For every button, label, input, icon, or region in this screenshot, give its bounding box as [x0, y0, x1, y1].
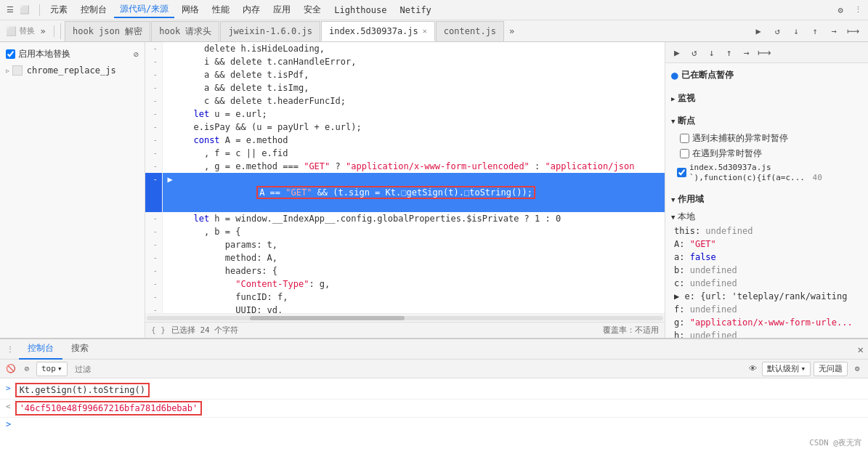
code-line-17: - "Content-Type": g, [145, 277, 665, 291]
breakpoint-uncaught: 遇到未捕获的异常时暂停 [665, 131, 868, 146]
tab-hook-json[interactable]: hook json 解密 [65, 21, 150, 41]
inspect-icon[interactable]: ⬜ [19, 4, 31, 16]
console-clear-icon[interactable]: 🚫 [4, 362, 17, 376]
menu-item-elements[interactable]: 元素 [44, 2, 73, 17]
console-cmd-box: Kt.getSign(t).toString() [15, 383, 150, 397]
breakpoint-exception-label: 在遇到异常时暂停 [692, 147, 762, 160]
settings-gear-icon[interactable]: ⚙ [833, 3, 848, 17]
menu-item-network[interactable]: 网络 [176, 2, 205, 17]
tab-console[interactable]: 控制台 [19, 339, 62, 360]
tab-more-button[interactable]: » [505, 26, 519, 36]
breakpoints-triangle-icon: ▼ [671, 118, 675, 125]
step-into-icon[interactable]: ↓ [788, 23, 804, 39]
step-out-icon[interactable]: ↑ [807, 23, 823, 39]
breakpoints-header[interactable]: ▼ 断点 [665, 113, 868, 129]
console-input-arrow: > [6, 384, 11, 393]
tab-search[interactable]: 搜索 [62, 339, 97, 360]
code-editor: - delete h.isHideLoading, - i && delete … [145, 42, 665, 338]
console-eye-icon[interactable]: 👁 [746, 362, 759, 376]
tab-bar-actions: ▶ ↺ ↓ ↑ → ⟼ [750, 23, 865, 39]
step-over-debug-icon[interactable]: ↺ [687, 45, 702, 60]
sidebar-item-chrome-replace[interactable]: ▷ chrome_replace_js [0, 63, 145, 78]
menu-item-security[interactable]: 安全 [298, 2, 327, 17]
sidebar-triangle-icon: ▷ [6, 68, 9, 74]
file-icon: { } [151, 325, 166, 335]
code-line-3: - a && delete t.isPdf, [145, 68, 665, 81]
scope-e: ▶ e: {url: 'teleplay/rank/waiting [665, 290, 868, 303]
step-into-debug-icon[interactable]: ↓ [705, 45, 719, 60]
breakpoint-uncaught-cb[interactable] [680, 134, 689, 143]
paused-label: 已在断点暂停 [681, 69, 734, 81]
menu-item-sources[interactable]: 源代码/来源 [114, 1, 174, 18]
code-lines-container: - delete h.isHideLoading, - i && delete … [145, 42, 665, 313]
sidebar-item-label: chrome_replace_js [27, 65, 116, 76]
console-line-input: > Kt.getSign(t).toString() [0, 381, 868, 400]
console-result-text: '46cf510e48f99667216bfa781d6bebab' [15, 401, 203, 416]
console-body: > Kt.getSign(t).toString() < '46cf510e48… [0, 378, 868, 454]
code-line-15: - method: A, [145, 251, 665, 264]
console-level-button[interactable]: 默认级别 ▾ [762, 362, 811, 376]
menu-item-lighthouse[interactable]: Lighthouse [328, 4, 392, 17]
local-scope-header[interactable]: ▼ 本地 [665, 209, 868, 224]
scope-g: g: "application/x-www-form-urle... [665, 316, 868, 329]
scope-section: ▼ 作用域 ▼ 本地 this: undefined A: "GET" [665, 188, 868, 338]
deactivate-debug-icon[interactable]: ⟼ [757, 45, 771, 60]
clear-icon[interactable]: ⊘ [134, 49, 139, 60]
code-line-12: - let h = window.__IndexApp__.config.glo… [145, 212, 665, 225]
bp-code-snippet: `),function(c){if(a=c... 40 [689, 173, 822, 182]
tab-jweixin[interactable]: jweixin-1.6.0.js [220, 21, 320, 41]
breakpoints-content: 遇到未捕获的异常时暂停 在遇到异常时暂停 index.5d30937a.js `… [665, 129, 868, 185]
enable-local-replace-checkbox[interactable] [6, 49, 15, 59]
menu-item-application[interactable]: 应用 [267, 2, 296, 17]
deactivate-breakpoints-icon[interactable]: ⟼ [845, 23, 861, 39]
tab-content-js[interactable]: content.js [436, 21, 504, 41]
step-over-icon[interactable]: ↺ [769, 23, 785, 39]
code-line-2: - i && delete t.canHandleError, [145, 55, 665, 68]
watch-section: ▶ 监视 [665, 87, 868, 110]
bp-file-checkbox[interactable] [677, 168, 686, 177]
tab-separator [54, 25, 54, 37]
tab-hook-header[interactable]: hook 请求头 [151, 21, 219, 41]
paused-dot-icon: ● [671, 68, 678, 82]
step-out-debug-icon[interactable]: ↑ [722, 45, 737, 60]
console-input-text: Kt.getSign(t).toString() [15, 383, 150, 397]
local-scope-label: 本地 [678, 211, 695, 223]
console-context-selector[interactable]: top ▾ [36, 362, 68, 376]
console-issues-button[interactable]: 无问题 [814, 362, 848, 376]
code-line-16: - headers: { [145, 264, 665, 277]
csdn-watermark: CSDN @夜无宵 [809, 437, 862, 448]
tab-index-js[interactable]: index.5d30937a.js ✕ [321, 21, 435, 41]
menu-item-netify[interactable]: Netify [394, 4, 437, 17]
top-menubar: ☰ ⬜ 元素 控制台 源代码/来源 网络 性能 内存 应用 安全 Lightho… [0, 0, 868, 20]
menu-item-console[interactable]: 控制台 [75, 2, 113, 17]
bp-file-info: index.5d30937a.js `),function(c){if(a=c.… [689, 163, 822, 182]
scope-header[interactable]: ▼ 作用域 [665, 191, 868, 208]
console-filter-input[interactable] [70, 365, 744, 373]
more-dots-icon[interactable]: ⋮ [852, 4, 864, 16]
tab-close-icon[interactable]: ✕ [423, 27, 427, 35]
step-debug-icon[interactable]: → [739, 45, 754, 60]
watch-header[interactable]: ▶ 监视 [665, 90, 868, 107]
resume-debug-icon[interactable]: ▶ [670, 45, 684, 60]
resume-icon[interactable]: ▶ [750, 23, 766, 39]
console-settings-icon[interactable]: ⚙ [851, 362, 864, 376]
sources-more-icon[interactable]: » [35, 23, 51, 39]
code-line-14: - params: t, [145, 238, 665, 251]
console-prompt-input[interactable] [14, 419, 862, 429]
menu-item-performance[interactable]: 性能 [206, 2, 235, 17]
console-filter-icon[interactable]: ⊘ [20, 362, 33, 376]
breakpoint-exception-cb[interactable] [680, 149, 689, 158]
menu-item-memory[interactable]: 内存 [237, 2, 266, 17]
horizontal-scrollbar[interactable] [145, 313, 665, 322]
code-status-bar: { } 已选择 24 个字符 覆盖率：不适用 [145, 322, 665, 338]
bottom-tab-bar: ⋮ 控制台 搜索 ✕ [0, 339, 868, 360]
code-scroll-area[interactable]: - delete h.isHideLoading, - i && delete … [145, 42, 665, 313]
bottom-close-icon[interactable]: ✕ [858, 344, 864, 355]
bottom-menu-icon[interactable]: ⋮ [4, 344, 16, 355]
sources-panel-icon[interactable]: ⬜ [3, 23, 19, 39]
paused-header: ● 已在断点暂停 [665, 66, 868, 84]
menu-toggle-icon[interactable]: ☰ [4, 4, 16, 16]
step-icon[interactable]: → [826, 23, 842, 39]
enable-local-replace-label: 启用本地替换 [18, 48, 70, 60]
console-result-box: '46cf510e48f99667216bfa781d6bebab' [15, 401, 203, 416]
